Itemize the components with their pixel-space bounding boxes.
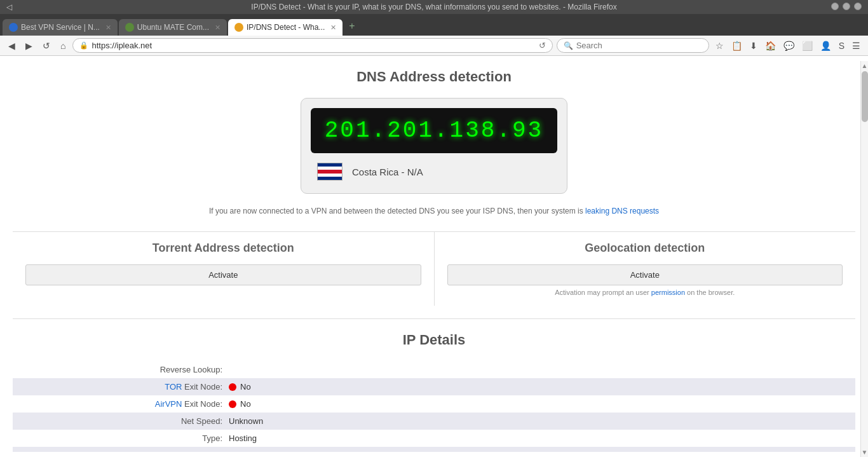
- tab-3-label: IP/DNS Detect - Wha...: [247, 23, 325, 32]
- home-nav-button[interactable]: 🏠: [763, 39, 778, 52]
- search-icon: 🔍: [564, 41, 573, 50]
- dns-card: 201.201.138.93 Costa Rica - N/A: [301, 98, 567, 194]
- detail-row-airvpn: AirVPN Exit Node: No: [13, 395, 855, 413]
- new-tab-button[interactable]: +: [344, 17, 360, 36]
- detail-row-net-speed: Net Speed: Unknown: [13, 413, 855, 430]
- tab-3[interactable]: IP/DNS Detect - Wha... ✕: [228, 19, 342, 36]
- profile-button[interactable]: 👤: [818, 39, 834, 52]
- back-button[interactable]: ◀: [5, 39, 18, 52]
- detail-value-type: Hosting: [229, 433, 257, 443]
- torrent-section: Torrent Address detection Activate: [13, 232, 435, 306]
- tab-1-label: Best VPN Service | N...: [21, 23, 100, 32]
- dns-section-title: DNS Address detection: [13, 69, 855, 85]
- tab-2-icon: [125, 23, 134, 32]
- detail-value-isp: ServerConnect Sweden AB: [229, 451, 329, 452]
- maximize-button[interactable]: [843, 3, 850, 10]
- torrent-activate-button[interactable]: Activate: [25, 264, 421, 285]
- dns-leak-note: If you are now connected to a VPN and be…: [13, 207, 855, 215]
- ip-details-section: IP Details Reverse Lookup: TOR Exit Node…: [13, 318, 855, 452]
- chat-button[interactable]: 💬: [781, 39, 797, 52]
- home-button[interactable]: ⌂: [57, 39, 69, 52]
- download-button[interactable]: ⬇: [747, 39, 760, 52]
- pocket-button[interactable]: ⬜: [799, 39, 815, 52]
- skype-button[interactable]: S: [836, 39, 847, 52]
- menu-button[interactable]: ☰: [850, 39, 863, 52]
- ssl-lock-icon: 🔒: [79, 41, 88, 50]
- dns-screen: 201.201.138.93: [311, 108, 557, 153]
- back-arrow: ◁: [6, 3, 12, 11]
- page-content: DNS Address detection 201.201.138.93 Cos…: [0, 56, 868, 452]
- scroll-down-arrow[interactable]: ▼: [861, 447, 868, 452]
- activation-note-suffix: on the browser.: [687, 289, 735, 296]
- detail-row-type: Type: Hosting: [13, 430, 855, 447]
- dns-section: DNS Address detection 201.201.138.93 Cos…: [13, 69, 855, 215]
- scrollbar-track[interactable]: ▲ ▼: [860, 61, 868, 452]
- airvpn-link[interactable]: AirVPN: [155, 399, 182, 409]
- detail-label-airvpn: AirVPN Exit Node:: [38, 399, 229, 409]
- airvpn-status-dot: [229, 400, 236, 408]
- tab-3-icon: [234, 23, 243, 32]
- bookmark-star-button[interactable]: ☆: [713, 39, 726, 52]
- tor-link[interactable]: TOR: [165, 382, 182, 392]
- url-display: https://ipleak.net: [92, 41, 535, 50]
- detail-value-tor: No: [229, 382, 251, 392]
- tab-3-close[interactable]: ✕: [330, 24, 336, 32]
- detail-row-isp: ISP: ServerConnect Sweden AB: [13, 447, 855, 452]
- title-bar: ◁ IP/DNS Detect - What is your IP, what …: [0, 0, 868, 14]
- minimize-button[interactable]: [831, 3, 839, 10]
- refresh-icon[interactable]: ↺: [539, 41, 546, 50]
- tab-1-icon: [9, 23, 18, 32]
- dns-leak-note-text: If you are now connected to a VPN and be…: [209, 207, 583, 215]
- search-input[interactable]: [576, 41, 702, 50]
- browser-title: IP/DNS Detect - What is your IP, what is…: [251, 3, 616, 11]
- ip-details-title: IP Details: [13, 332, 855, 348]
- nav-actions: ☆ 📋 ⬇ 🏠 💬 ⬜ 👤 S ☰: [713, 39, 863, 52]
- detail-label-reverse-lookup: Reverse Lookup:: [38, 365, 229, 374]
- detail-label-tor: TOR Exit Node:: [38, 382, 229, 392]
- address-bar[interactable]: 🔒 https://ipleak.net ↺: [72, 38, 552, 53]
- tab-2[interactable]: Ubuntu MATE Com... ✕: [119, 19, 227, 36]
- detail-label-isp: ISP:: [38, 451, 229, 452]
- tab-1[interactable]: Best VPN Service | N... ✕: [3, 19, 118, 36]
- activation-permission-link[interactable]: permission: [651, 289, 685, 296]
- two-col-section: Torrent Address detection Activate Geolo…: [13, 231, 855, 306]
- activation-note-text: Activation may prompt an user: [555, 289, 649, 296]
- geolocation-activate-button[interactable]: Activate: [447, 264, 843, 285]
- tab-2-close[interactable]: ✕: [215, 24, 220, 32]
- nav-bar: ◀ ▶ ↺ ⌂ 🔒 https://ipleak.net ↺ 🔍 ☆ 📋 ⬇ 🏠…: [0, 36, 868, 56]
- detail-label-net-speed: Net Speed:: [38, 416, 229, 426]
- forward-button[interactable]: ▶: [22, 39, 36, 52]
- dns-country-display: Costa Rica - N/A: [352, 167, 423, 177]
- reload-button[interactable]: ↺: [39, 39, 53, 52]
- activation-note: Activation may prompt an user permission…: [447, 289, 843, 296]
- detail-row-reverse-lookup: Reverse Lookup:: [13, 361, 855, 378]
- search-bar[interactable]: 🔍: [557, 38, 709, 53]
- geolocation-section: Geolocation detection Activate Activatio…: [435, 232, 856, 306]
- detail-row-tor: TOR Exit Node: No: [13, 378, 855, 395]
- geolocation-section-title: Geolocation detection: [447, 242, 843, 255]
- dns-country-row: Costa Rica - N/A: [311, 160, 557, 184]
- tab-1-close[interactable]: ✕: [105, 24, 111, 32]
- tor-status-text: No: [240, 382, 251, 392]
- scroll-thumb[interactable]: [862, 71, 868, 122]
- airvpn-status-text: No: [240, 399, 251, 409]
- torrent-section-title: Torrent Address detection: [25, 242, 421, 255]
- reading-list-button[interactable]: 📋: [729, 39, 745, 52]
- dns-ip-address: 201.201.138.93: [325, 118, 543, 144]
- tab-bar: Best VPN Service | N... ✕ Ubuntu MATE Co…: [0, 14, 868, 36]
- detail-value-airvpn: No: [229, 399, 251, 409]
- scroll-up-arrow[interactable]: ▲: [861, 61, 868, 71]
- detail-value-net-speed: Unknown: [229, 416, 263, 426]
- dns-leak-link[interactable]: leaking DNS requests: [585, 207, 659, 215]
- close-button[interactable]: [854, 3, 862, 10]
- tor-status-dot: [229, 383, 236, 391]
- detail-label-type: Type:: [38, 433, 229, 443]
- tab-2-label: Ubuntu MATE Com...: [137, 23, 209, 32]
- costa-rica-flag: [317, 163, 342, 181]
- dns-display-container: 201.201.138.93 Costa Rica - N/A: [13, 98, 855, 194]
